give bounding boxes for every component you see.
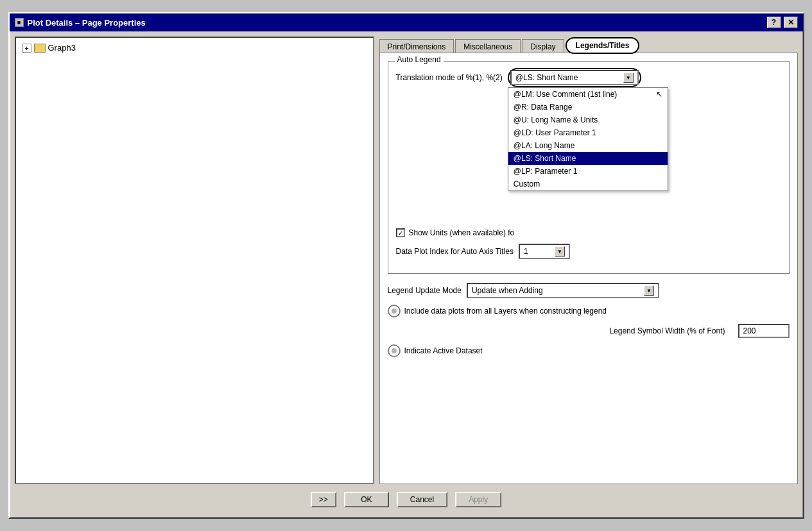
legend-update-dropdown[interactable]: Update when Adding ▼	[467, 283, 659, 298]
show-units-label: Show Units (when available) fo	[409, 228, 515, 237]
include-layers-row: Include data plots from all Layers when …	[388, 305, 790, 317]
ok-button[interactable]: OK	[344, 492, 389, 507]
dropdown-option-5[interactable]: @LS: Short Name	[508, 152, 668, 165]
translation-mode-row: Translation mode of %(1), %(2) @LS: Shor…	[396, 68, 781, 87]
tab-print-dimensions[interactable]: Print/Dimensions	[379, 39, 454, 54]
tree-panel: + Graph3	[15, 37, 374, 484]
bottom-buttons: >> OK Cancel Apply	[15, 484, 798, 512]
axis-index-value: 1	[524, 247, 528, 256]
legend-update-label: Legend Update Mode	[388, 286, 462, 295]
dropdown-option-6[interactable]: @LP: Parameter 1	[508, 165, 668, 178]
axis-index-label: Data Plot Index for Auto Axis Titles	[396, 247, 514, 256]
tab-display[interactable]: Display	[522, 39, 564, 54]
main-content: + Graph3 Print/Dimensions Miscellaneous	[15, 37, 798, 484]
tree-expand-icon[interactable]: +	[22, 44, 31, 53]
dropdown-option-0[interactable]: @LM: Use Comment (1st line) ↖	[508, 88, 668, 101]
help-button[interactable]: ?	[767, 17, 781, 28]
title-bar: ■ Plot Details – Page Properties ? ✕	[10, 13, 803, 31]
apply-button[interactable]: Apply	[455, 492, 501, 507]
close-button[interactable]: ✕	[784, 17, 798, 28]
indicate-dataset-radio[interactable]	[388, 344, 401, 357]
radio-inner-2	[392, 348, 397, 353]
auto-legend-group: Auto Legend Translation mode of %(1), %(…	[388, 61, 790, 274]
legend-update-arrow[interactable]: ▼	[644, 285, 654, 296]
include-layers-radio[interactable]	[388, 305, 401, 317]
axis-index-dropdown[interactable]: 1 ▼	[519, 244, 570, 259]
symbol-width-label: Legend Symbol Width (% of Font)	[609, 326, 725, 335]
include-layers-label: Include data plots from all Layers when …	[404, 307, 607, 316]
legend-update-row: Legend Update Mode Update when Adding ▼	[388, 283, 790, 298]
translation-dropdown[interactable]: @LS: Short Name ▼	[510, 70, 639, 85]
symbol-width-row: Legend Symbol Width (% of Font) 200	[388, 324, 790, 338]
cancel-button[interactable]: Cancel	[397, 492, 447, 507]
tab-miscellaneous[interactable]: Miscellaneous	[455, 39, 521, 54]
window-icon: ■	[15, 18, 24, 27]
tree-item-graph3[interactable]: + Graph3	[20, 42, 369, 54]
indicate-dataset-label: Indicate Active Dataset	[404, 346, 483, 355]
dropdown-option-3[interactable]: @LD: User Parameter 1	[508, 126, 668, 139]
axis-index-dropdown-arrow[interactable]: ▼	[555, 246, 565, 257]
folder-icon	[34, 44, 46, 53]
translation-dropdown-wrapper: @LS: Short Name ▼ @LM: Use Comment (1st …	[508, 68, 641, 87]
tab-legends-titles[interactable]: Legends/Titles	[566, 37, 640, 54]
right-panel: Print/Dimensions Miscellaneous Display L…	[379, 37, 798, 484]
translation-label: Translation mode of %(1), %(2)	[396, 73, 503, 82]
dropdown-value: @LS: Short Name	[515, 73, 578, 82]
tab-content: Auto Legend Translation mode of %(1), %(…	[379, 53, 798, 484]
dropdown-option-4[interactable]: @LA: Long Name	[508, 139, 668, 152]
window-title: Plot Details – Page Properties	[28, 18, 146, 28]
legend-update-value: Update when Adding	[472, 286, 543, 295]
main-window: ■ Plot Details – Page Properties ? ✕ + G…	[8, 12, 804, 519]
dropdown-option-1[interactable]: @R: Data Range	[508, 101, 668, 114]
dropdown-option-2[interactable]: @U: Long Name & Units	[508, 114, 668, 126]
dropdown-option-7[interactable]: Custom	[508, 178, 668, 190]
dropdown-circle-container: @LS: Short Name ▼	[508, 68, 641, 87]
translation-dropdown-list[interactable]: @LM: Use Comment (1st line) ↖ @R: Data R…	[508, 87, 668, 191]
indicate-dataset-row: Indicate Active Dataset	[388, 344, 790, 357]
radio-inner	[392, 308, 397, 314]
show-units-row: ✓ Show Units (when available) fo	[396, 228, 781, 237]
show-units-checkbox[interactable]: ✓	[396, 228, 405, 237]
tabs-row: Print/Dimensions Miscellaneous Display L…	[379, 37, 798, 53]
symbol-width-input[interactable]: 200	[738, 324, 790, 338]
dropdown-arrow-icon[interactable]: ▼	[623, 72, 634, 83]
tree-item-label: Graph3	[48, 43, 76, 53]
window-body: + Graph3 Print/Dimensions Miscellaneous	[10, 31, 803, 518]
forward-button[interactable]: >>	[311, 492, 336, 507]
axis-index-row: Data Plot Index for Auto Axis Titles 1 ▼	[396, 244, 781, 259]
cursor-indicator: ↖	[656, 90, 662, 99]
group-title: Auto Legend	[395, 55, 444, 64]
